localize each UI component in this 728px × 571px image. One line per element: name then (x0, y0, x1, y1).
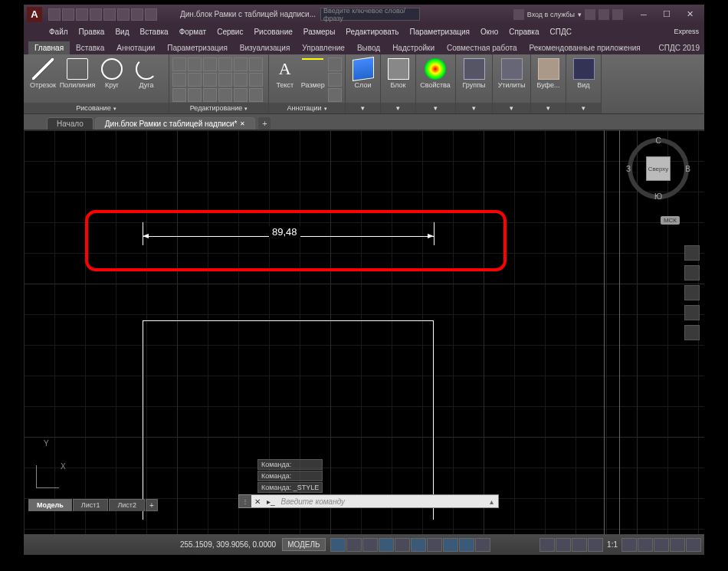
utilities-button[interactable]: Утилиты (496, 56, 527, 89)
clean-screen-icon[interactable] (670, 538, 685, 552)
3dosnap-icon[interactable] (427, 538, 442, 552)
qat-save-icon[interactable] (76, 8, 88, 21)
workspace-icon[interactable] (621, 538, 637, 552)
menu-format[interactable]: Формат (174, 28, 212, 36)
layout-tab-sheet1[interactable]: Лист1 (73, 499, 109, 511)
menu-parametric[interactable]: Параметризация (404, 28, 475, 36)
qat-undo-icon[interactable] (117, 8, 130, 21)
snap-toggle-icon[interactable] (346, 538, 362, 552)
drawing-canvas[interactable]: 89,48 Y X С Ю В З Сверху МСК (24, 130, 704, 534)
file-tab-active[interactable]: Дин.блок Рамки с таблицей надписи*✕ (95, 117, 256, 130)
ortho-toggle-icon[interactable] (362, 538, 378, 552)
sign-in-link[interactable]: Вход в службы (527, 11, 575, 18)
properties-button[interactable]: Свойства (419, 56, 451, 89)
array-icon[interactable] (218, 73, 232, 87)
groups-button[interactable]: Группы (459, 56, 489, 89)
wcs-badge[interactable]: МСК (661, 216, 680, 225)
selection-cycling-icon[interactable] (556, 538, 571, 552)
isodraft-icon[interactable] (395, 538, 410, 552)
ribbon-tab-manage[interactable]: Управление (296, 41, 351, 54)
erase-icon[interactable] (218, 57, 232, 71)
add-tab-button[interactable]: + (258, 117, 271, 130)
file-tab-start[interactable]: Начало (47, 117, 93, 130)
menu-view[interactable]: Вид (110, 28, 134, 36)
annotation-monitor-icon[interactable] (572, 538, 587, 552)
menu-modify[interactable]: Редактировать (340, 28, 404, 36)
ribbon-tab-spds[interactable]: СПДС 2019 (653, 41, 704, 54)
menu-insert[interactable]: Вставка (134, 28, 173, 36)
cmdline-close-icon[interactable]: ✕ (251, 497, 264, 506)
trim-icon[interactable] (203, 57, 217, 71)
ribbon-tab-addins[interactable]: Надстройки (386, 41, 441, 54)
menu-window[interactable]: Окно (475, 28, 503, 36)
scale-icon[interactable] (234, 73, 248, 87)
customize-icon[interactable] (686, 538, 701, 552)
menu-draw[interactable]: Рисование (248, 28, 297, 36)
minimize-button[interactable]: ─ (632, 7, 655, 22)
modify-icon-5[interactable] (234, 88, 248, 102)
explode-icon[interactable] (249, 57, 263, 71)
menu-file[interactable]: Файл (44, 28, 74, 36)
modify-icon-2[interactable] (188, 88, 202, 102)
qat-new-icon[interactable] (48, 8, 61, 21)
nav-wheel-icon[interactable] (684, 245, 700, 261)
modify-icon-4[interactable] (218, 88, 232, 102)
qat-redo-icon[interactable] (131, 8, 143, 21)
ribbon-tab-output[interactable]: Вывод (351, 41, 386, 54)
a360-icon[interactable] (598, 9, 609, 20)
dimension-button[interactable]: Размер (300, 56, 326, 89)
search-input[interactable]: Введите ключевое слово/фразу (320, 8, 420, 21)
fillet-icon[interactable] (203, 73, 217, 87)
scale-value[interactable]: 1:1 (604, 538, 621, 552)
rotate-icon[interactable] (188, 57, 202, 71)
otrack-toggle-icon[interactable] (443, 538, 458, 552)
annotation-scale-icon[interactable] (588, 538, 603, 552)
model-space-button[interactable]: МОДЕЛЬ (282, 538, 325, 551)
menu-edit[interactable]: Правка (74, 28, 110, 36)
add-layout-button[interactable]: + (146, 499, 158, 511)
cmdline-history-icon[interactable]: ▴ (485, 497, 498, 506)
transparency-icon[interactable] (539, 538, 555, 552)
panel-annotate-title[interactable]: Аннотации (287, 104, 327, 112)
command-line[interactable]: ⋮ ✕ ▸_ Введите команду ▴ (238, 494, 499, 508)
text-button[interactable]: AТекст (272, 56, 298, 89)
view-button[interactable]: Вид (569, 56, 598, 89)
line-button[interactable]: Отрезок (27, 56, 59, 89)
layout-tab-sheet2[interactable]: Лист2 (109, 499, 145, 511)
nav-showmotion-icon[interactable] (684, 325, 700, 340)
ribbon-tab-insert[interactable]: Вставка (70, 41, 110, 54)
menu-spds[interactable]: СПДС (545, 28, 577, 36)
help-icon[interactable] (612, 9, 623, 20)
table-icon[interactable] (328, 73, 342, 87)
view-cube[interactable]: С Ю В З Сверху (628, 138, 689, 199)
ribbon-tab-home[interactable]: Главная (28, 41, 70, 54)
qat-more-icon[interactable] (145, 8, 157, 21)
ribbon-tab-featured[interactable]: Рекомендованные приложения (523, 41, 647, 54)
qat-plot-icon[interactable] (103, 8, 116, 21)
offset-icon[interactable] (249, 73, 263, 87)
layers-button[interactable]: Слои (349, 56, 377, 89)
grid-toggle-icon[interactable] (330, 538, 346, 552)
close-tab-icon[interactable]: ✕ (240, 120, 245, 127)
arc-button[interactable]: Дуга (130, 56, 162, 89)
panel-draw-title[interactable]: Рисование (76, 104, 116, 112)
menu-help[interactable]: Справка (503, 28, 544, 36)
circle-button[interactable]: Круг (96, 56, 128, 89)
nav-zoom-icon[interactable] (684, 285, 700, 300)
cmdline-input[interactable]: Введите команду (278, 497, 485, 506)
lineweight-icon[interactable] (475, 538, 490, 552)
ribbon-tab-parametric[interactable]: Параметризация (161, 41, 234, 54)
clipboard-button[interactable]: Буфе... (534, 56, 562, 89)
mirror-icon[interactable] (234, 57, 248, 71)
modify-icon-3[interactable] (203, 88, 217, 102)
menu-express[interactable]: Express (668, 28, 704, 35)
user-icon[interactable] (513, 9, 524, 20)
dyn-input-icon[interactable] (459, 538, 474, 552)
nav-pan-icon[interactable] (684, 265, 700, 281)
block-button[interactable]: Блок (384, 56, 412, 89)
coordinates[interactable]: 255.1509, 309.9056, 0.0000 (180, 540, 276, 549)
maximize-button[interactable]: ☐ (655, 7, 678, 22)
move-icon[interactable] (172, 57, 186, 71)
annot-icon-3[interactable] (328, 88, 342, 102)
menu-dimension[interactable]: Размеры (298, 28, 341, 36)
